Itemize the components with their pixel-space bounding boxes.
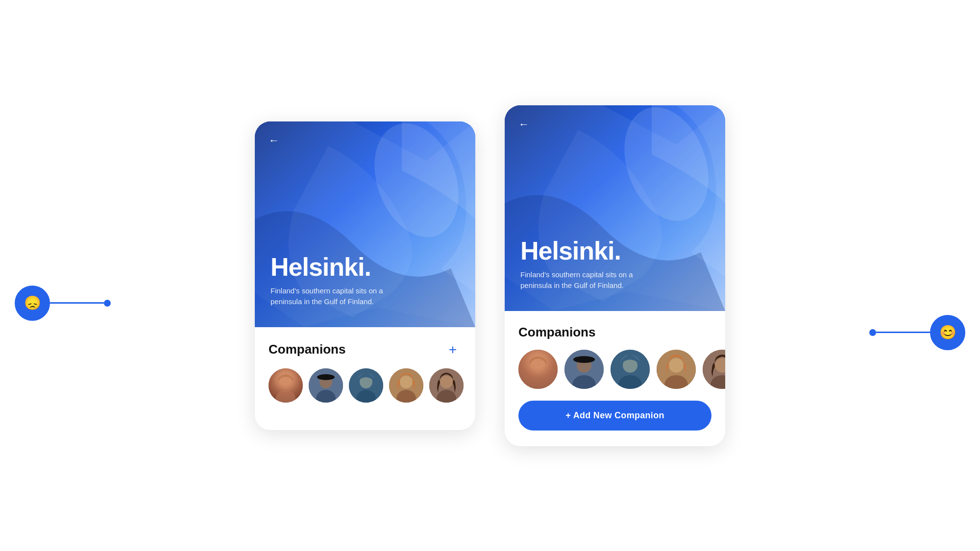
card-body-right: Companions xyxy=(505,311,725,446)
avatars-row-right xyxy=(518,350,711,389)
avatar-4-left[interactable] xyxy=(389,368,423,403)
avatar-5-left[interactable] xyxy=(429,368,464,403)
svg-point-14 xyxy=(400,376,413,388)
annotation-line-right xyxy=(876,332,930,333)
svg-point-28 xyxy=(573,356,595,363)
svg-point-3 xyxy=(276,390,295,403)
annotation-dot-left xyxy=(104,300,111,307)
header-content-right: Helsinki. Finland's southern capital sit… xyxy=(520,237,658,291)
svg-point-23 xyxy=(526,375,550,389)
avatar-4-right[interactable] xyxy=(657,350,696,389)
annotation-dot-right xyxy=(869,329,876,336)
avatar-5-right[interactable] xyxy=(703,350,725,389)
header-content-left: Helsinki. Finland's southern capital sit… xyxy=(270,253,408,307)
sad-face-icon: 😞 xyxy=(15,286,50,321)
svg-point-9 xyxy=(317,374,335,380)
back-button-left[interactable]: ← xyxy=(269,135,279,146)
main-scene: 😞 xyxy=(0,0,980,551)
city-description-left: Finland's southern capital sits on a pen… xyxy=(270,286,408,308)
avatar-3-right[interactable] xyxy=(611,350,650,389)
avatars-row-left xyxy=(269,368,462,403)
svg-point-2 xyxy=(279,375,293,389)
add-new-companion-button[interactable]: + Add New Companion xyxy=(518,401,711,431)
svg-point-33 xyxy=(669,358,684,373)
companions-title-left: Companions xyxy=(269,342,345,357)
annotation-line-left xyxy=(50,302,104,304)
companions-header-right: Companions xyxy=(518,325,711,340)
avatar-2-left[interactable] xyxy=(309,368,343,403)
city-title-right: Helsinki. xyxy=(520,237,658,265)
add-companion-icon-left[interactable]: + xyxy=(444,341,462,359)
card-header-right: ← Helsinki. Finland's southern capital s… xyxy=(505,105,725,311)
companions-header-left: Companions + xyxy=(269,341,462,359)
card-body-left: Companions + xyxy=(255,327,475,430)
city-title-left: Helsinki. xyxy=(270,253,408,281)
svg-rect-21 xyxy=(518,350,558,389)
happy-face-icon: 😊 xyxy=(930,315,965,350)
avatar-1-right[interactable] xyxy=(518,350,558,389)
card-header-left: ← Helsinki. Finland's southern capital s… xyxy=(255,121,475,327)
card-before: ← Helsinki. Finland's southern capital s… xyxy=(255,121,475,430)
back-button-right[interactable]: ← xyxy=(518,119,529,130)
avatar-1-left[interactable] xyxy=(269,368,303,403)
svg-point-4 xyxy=(279,375,293,389)
avatar-3-left[interactable] xyxy=(349,368,383,403)
annotation-left: 😞 xyxy=(15,286,111,321)
avatar-2-right[interactable] xyxy=(564,350,604,389)
svg-point-22 xyxy=(530,358,546,373)
companions-title-right: Companions xyxy=(518,325,595,340)
annotation-right: 😊 xyxy=(869,315,965,350)
svg-point-17 xyxy=(440,376,453,388)
city-description-right: Finland's southern capital sits on a pen… xyxy=(520,269,658,291)
card-after: ← Helsinki. Finland's southern capital s… xyxy=(505,105,725,446)
